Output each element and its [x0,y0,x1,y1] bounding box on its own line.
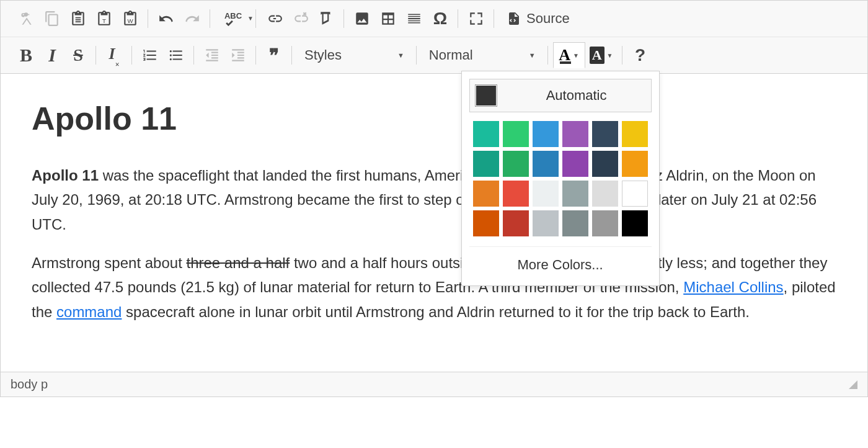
spellcheck-label: ABC [224,12,242,20]
undo-button[interactable] [153,6,179,32]
color-swatch[interactable] [473,181,499,207]
anchor-button[interactable] [313,6,339,32]
italic-button[interactable]: I [39,42,65,68]
text-color-button[interactable]: A ▼ [553,42,585,68]
more-colors-button[interactable]: More Colors... [469,246,652,278]
color-group: A ▼ Automatic More Colors... [548,42,622,68]
color-swatch[interactable] [473,210,499,236]
chevron-down-icon: ▼ [573,52,579,59]
color-swatch[interactable] [622,210,648,236]
maximize-button[interactable] [463,6,489,32]
chevron-down-icon: ▼ [397,52,404,59]
outdent-button[interactable] [199,42,225,68]
clipboard-group: T W [8,6,148,32]
paragraph: Armstrong spent about three and a half t… [32,251,836,325]
automatic-color-button[interactable]: Automatic [469,79,652,112]
color-swatch[interactable] [562,151,588,177]
editor-toolbar: T W ABC ▼ [1,1,867,74]
styles-combo[interactable]: Styles ▼ [297,42,412,68]
toolbar-row-1: T W ABC ▼ [1,1,867,37]
blockquote-button[interactable]: ❞ [261,42,287,68]
rich-text-editor: T W ABC ▼ [0,0,868,397]
about-group: ? [622,42,658,68]
format-combo[interactable]: Normal ▼ [422,42,543,68]
color-swatch[interactable] [622,121,648,147]
indent-button[interactable] [225,42,251,68]
color-swatch[interactable] [592,210,618,236]
redo-button[interactable] [179,6,205,32]
link-button[interactable] [261,6,287,32]
chevron-down-icon: ▼ [607,52,613,59]
color-swatch[interactable] [622,181,648,207]
remove-format-group: I× [96,42,132,68]
chevron-down-icon: ▼ [529,52,536,59]
spellcheck-group: ABC ▼ [210,6,256,32]
color-swatch[interactable] [533,181,559,207]
spellcheck-button[interactable]: ABC ▼ [215,6,251,32]
color-swatch[interactable] [503,151,529,177]
table-button[interactable] [375,6,401,32]
toolbar-row-2: B I S I× ❞ Styles ▼ [1,37,867,73]
styles-combo-group: Styles ▼ [292,42,417,68]
source-button[interactable]: Source [499,6,577,32]
undo-group [148,6,210,32]
svg-text:T: T [102,17,106,24]
bold-button[interactable]: B [13,42,39,68]
copy-button[interactable] [39,6,65,32]
color-swatch[interactable] [562,121,588,147]
background-color-icon: A [590,47,604,64]
resize-handle[interactable] [849,380,857,389]
color-swatch[interactable] [503,210,529,236]
list-group [132,42,194,68]
strikethrough-button[interactable]: S [65,42,91,68]
color-swatch[interactable] [473,151,499,177]
text-color-panel: Automatic More Colors... [461,71,660,286]
link-michael-collins[interactable]: Michael Collins [683,279,783,295]
insert-group: Ω [344,6,458,32]
paragraph: Apollo 11 was the spaceflight that lande… [32,163,836,237]
paste-button[interactable] [65,6,91,32]
color-swatch[interactable] [533,210,559,236]
color-swatch[interactable] [533,151,559,177]
color-swatch[interactable] [533,121,559,147]
editor-content[interactable]: Apollo 11 Apollo 11 was the spaceflight … [1,74,867,372]
color-swatch[interactable] [592,121,618,147]
horizontal-rule-button[interactable] [401,6,427,32]
color-swatch-grid [469,121,652,236]
image-button[interactable] [349,6,375,32]
automatic-label: Automatic [507,87,646,104]
about-button[interactable]: ? [627,42,653,68]
color-swatch[interactable] [562,181,588,207]
svg-text:W: W [127,17,133,24]
source-label: Source [526,11,570,27]
special-char-button[interactable]: Ω [427,6,453,32]
numbered-list-button[interactable] [137,42,163,68]
tools-group [458,6,494,32]
remove-format-button[interactable]: I× [101,42,127,68]
automatic-swatch [475,84,497,107]
color-swatch[interactable] [562,210,588,236]
format-combo-group: Normal ▼ [417,42,548,68]
indent-group [194,42,256,68]
unlink-button[interactable] [287,6,313,32]
source-group: Source [494,6,582,32]
paste-word-button[interactable]: W [117,6,143,32]
color-swatch[interactable] [622,151,648,177]
color-swatch[interactable] [473,121,499,147]
background-color-button[interactable]: A ▼ [585,42,618,68]
cut-button[interactable] [13,6,39,32]
format-combo-label: Normal [429,47,473,63]
color-swatch[interactable] [592,181,618,207]
document-heading: Apollo 11 [32,92,836,146]
basic-styles-group: B I S [8,42,96,68]
bulleted-list-button[interactable] [163,42,189,68]
link-command[interactable]: command [56,303,122,320]
paste-text-button[interactable]: T [91,6,117,32]
elements-path[interactable]: body p [11,377,48,392]
link-group [256,6,344,32]
blockquote-group: ❞ [256,42,292,68]
color-swatch[interactable] [592,151,618,177]
status-bar: body p [1,372,867,396]
color-swatch[interactable] [503,181,529,207]
color-swatch[interactable] [503,121,529,147]
